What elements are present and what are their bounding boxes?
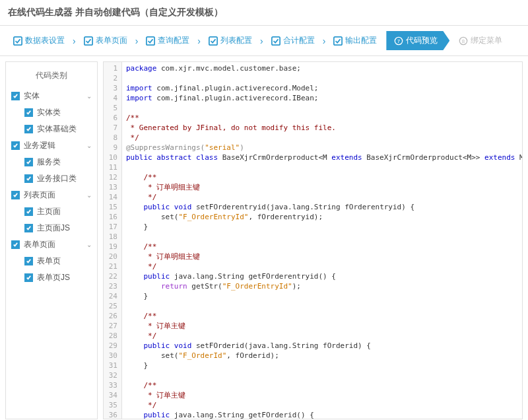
code-line: */ (126, 133, 522, 143)
svg-text:8: 8 (462, 38, 465, 44)
step-number-icon: 7 (394, 36, 403, 46)
wizard-step-5[interactable]: 输出配置 (328, 35, 382, 46)
wizard-step-label: 输出配置 (345, 35, 377, 46)
line-number: 8 (106, 133, 117, 143)
tree-group-2[interactable]: 列表页面⌄ (6, 187, 97, 203)
checkbox-checked-icon[interactable] (11, 92, 20, 100)
chevron-down-icon[interactable]: ⌄ (86, 241, 92, 248)
code-line: public java.lang.String getFOrderid() { (126, 410, 522, 419)
tree-item-3-0[interactable]: 表单页 (6, 253, 97, 269)
checkbox-checked-icon[interactable] (24, 273, 33, 282)
svg-rect-3 (209, 36, 217, 44)
tree-label: 业务逻辑 (24, 140, 86, 151)
code-line: */ (126, 331, 522, 341)
line-number: 23 (106, 281, 117, 291)
tree-label: 实体基础类 (37, 123, 92, 135)
code-line: /** (126, 311, 522, 321)
line-number: 28 (106, 331, 117, 341)
checkbox-checked-icon[interactable] (24, 207, 33, 216)
wizard-step-6[interactable]: 7代码预览 (386, 31, 449, 50)
code-category-sidebar: 代码类别 实体⌄实体类实体基础类业务逻辑⌄服务类业务接口类列表页面⌄主页面主页面… (5, 61, 98, 419)
line-number: 1 (106, 63, 117, 73)
line-number: 14 (106, 192, 117, 202)
wizard-step-label: 查询配置 (158, 35, 189, 46)
tree-group-0[interactable]: 实体⌄ (6, 88, 97, 104)
tree-item-1-0[interactable]: 服务类 (6, 154, 97, 170)
checkbox-checked-icon[interactable] (24, 257, 33, 265)
check-icon (146, 36, 155, 46)
line-number: 22 (106, 271, 117, 281)
tree-item-0-1[interactable]: 实体基础类 (6, 121, 97, 137)
code-line (126, 73, 522, 83)
line-number: 18 (106, 232, 117, 242)
wizard-step-1[interactable]: 表单页面 (79, 35, 133, 46)
tree-label: 表单页面 (24, 239, 86, 250)
tree-item-1-1[interactable]: 业务接口类 (6, 170, 97, 187)
checkbox-checked-icon[interactable] (24, 108, 33, 117)
code-line: import com.jfinal.plugin.activerecord.Mo… (126, 83, 522, 93)
code-line: } (126, 291, 522, 301)
wizard-step-4[interactable]: 合计配置 (266, 35, 320, 46)
tree-label: 表单页JS (37, 272, 92, 283)
code-line: return getStr("F_OrderEntryId"); (126, 281, 522, 291)
code-line (126, 301, 522, 311)
checkbox-checked-icon[interactable] (24, 158, 33, 166)
tree-label: 实体 (24, 90, 86, 102)
line-number: 32 (106, 370, 117, 380)
code-line: /** (126, 242, 522, 252)
wizard-step-label: 列表配置 (220, 35, 252, 46)
line-number: 2 (106, 73, 117, 83)
code-line: public abstract class BaseXjrCrmOrderpro… (126, 153, 522, 162)
wizard-step-0[interactable]: 数据表设置 (8, 35, 70, 46)
code-line: import com.jfinal.plugin.activerecord.IB… (126, 93, 522, 103)
wizard-steps: 数据表设置›表单页面›查询配置›列表配置›合计配置›输出配置7代码预览8绑定菜单 (0, 26, 528, 56)
chevron-down-icon[interactable]: ⌄ (86, 142, 92, 149)
tree-item-0-0[interactable]: 实体类 (6, 104, 97, 121)
circle-icon: 8 (459, 36, 468, 46)
code-editor[interactable]: 1234567891011121314151617181920212223242… (103, 61, 523, 419)
tree-group-3[interactable]: 表单页面⌄ (6, 236, 97, 253)
checkbox-checked-icon[interactable] (11, 191, 20, 199)
check-icon (333, 36, 343, 46)
chevron-down-icon[interactable]: ⌄ (86, 192, 92, 199)
line-number: 33 (106, 380, 117, 390)
line-number: 31 (106, 361, 117, 370)
code-line: */ (126, 400, 522, 410)
line-gutter: 1234567891011121314151617181920212223242… (104, 62, 122, 419)
code-line: * Generated by JFinal, do not modify thi… (126, 123, 522, 133)
code-content[interactable]: package com.xjr.mvc.model.customer.base;… (122, 62, 522, 419)
check-icon (271, 36, 280, 46)
wizard-step-2[interactable]: 查询配置 (141, 35, 195, 46)
code-line: set("F_OrderEntryId", fOrderentryid); (126, 212, 522, 222)
tree-item-2-1[interactable]: 主页面JS (6, 220, 97, 236)
line-number: 35 (106, 400, 117, 410)
wizard-step-label: 代码预览 (406, 35, 438, 46)
line-number: 34 (106, 390, 117, 400)
code-line: /** (126, 172, 522, 182)
wizard-step-3[interactable]: 列表配置 (203, 35, 257, 46)
line-number: 7 (106, 123, 117, 133)
checkbox-checked-icon[interactable] (24, 125, 33, 133)
wizard-step-7[interactable]: 8绑定菜单 (453, 35, 508, 46)
code-line: */ (126, 262, 522, 271)
checkbox-checked-icon[interactable] (24, 224, 33, 232)
checkbox-checked-icon[interactable] (11, 141, 20, 150)
code-line: package com.xjr.mvc.model.customer.base; (126, 63, 522, 73)
wizard-arrow-icon: › (323, 36, 326, 46)
code-line: * 订单明细主键 (126, 182, 522, 192)
line-number: 25 (106, 301, 117, 311)
tree-label: 主页面JS (37, 223, 92, 234)
tree-item-2-0[interactable]: 主页面 (6, 203, 97, 220)
tree-item-3-1[interactable]: 表单页JS (6, 269, 97, 286)
line-number: 36 (106, 410, 117, 419)
tree-group-1[interactable]: 业务逻辑⌄ (6, 137, 97, 154)
checkbox-checked-icon[interactable] (24, 174, 33, 183)
checkbox-checked-icon[interactable] (11, 240, 20, 249)
line-number: 27 (106, 321, 117, 331)
code-line (126, 232, 522, 242)
code-line: } (126, 361, 522, 370)
wizard-arrow-icon: › (260, 36, 263, 46)
chevron-down-icon[interactable]: ⌄ (86, 92, 92, 100)
line-number: 15 (106, 202, 117, 212)
line-number: 30 (106, 351, 117, 361)
